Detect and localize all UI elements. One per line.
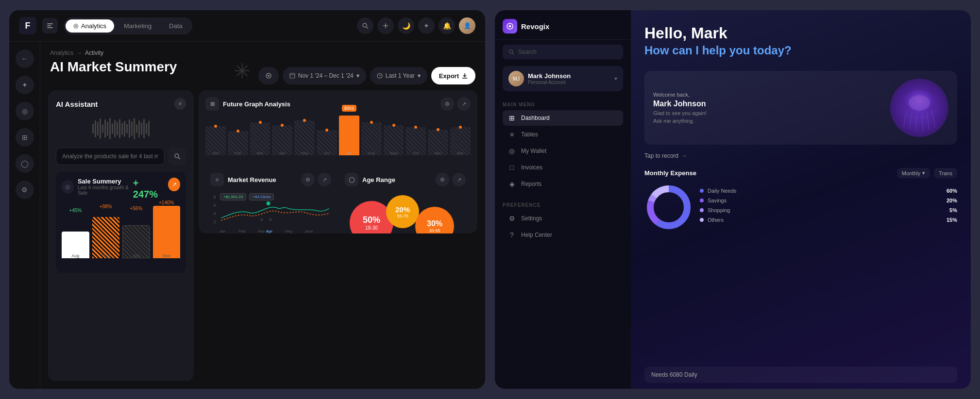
market-expand-btn[interactable]: ↗: [318, 173, 331, 186]
top-nav: F ◎ Analytics Marketing Data 🌙 ✦ 🔔 👤: [9, 10, 485, 42]
dot-apr: [281, 124, 284, 127]
welcome-sub2-text: Ask me anything.: [653, 118, 707, 124]
needs-label-text: Needs 6080 Daily: [651, 371, 697, 378]
ai-search-input[interactable]: [56, 148, 165, 165]
future-graph-panel: ⊞ Future Graph Analysis ⚙ ↗: [199, 90, 477, 233]
breadcrumb: Analytics → Activity: [50, 50, 177, 56]
menu-item-tables[interactable]: ≡ Tables: [503, 127, 623, 142]
bar-may: [294, 120, 315, 155]
svg-rect-1: [47, 25, 51, 26]
revogix-logo: [503, 19, 517, 33]
legend-color-others: [700, 218, 704, 222]
svg-text:8: 8: [214, 195, 216, 200]
ai-close-btn[interactable]: ×: [174, 98, 186, 110]
monthly-btn[interactable]: Monthly ▾: [897, 168, 930, 178]
tables-menu-icon: ≡: [507, 131, 516, 138]
sale-info: ◎ Sale Summery Last 4 months growth & Sa…: [62, 178, 133, 196]
time-range-btn[interactable]: Last 1 Year ▾: [370, 67, 427, 84]
dot-nov: [437, 128, 439, 131]
logo-icon: F: [19, 17, 36, 34]
svg-point-3: [363, 23, 367, 27]
breadcrumb-arrow: →: [76, 50, 82, 56]
donut-chart: [644, 183, 693, 232]
market-revenue-icon: ≡: [210, 173, 224, 186]
menu-item-settings[interactable]: ⚙ Settings: [503, 211, 623, 226]
welcome-card: Welcome back, Mark Johnson Glad to see y…: [644, 71, 957, 145]
preference-section: PREFERENCE ⚙ Settings ? Help Center: [495, 198, 631, 249]
tab-data[interactable]: Data: [161, 19, 190, 33]
future-graph-header: ⊞ Future Graph Analysis ⚙ ↗: [205, 97, 471, 111]
tab-marketing[interactable]: Marketing: [116, 19, 159, 33]
future-graph-expand-btn[interactable]: ↗: [457, 97, 471, 111]
left-analytics-panel: F ◎ Analytics Marketing Data 🌙 ✦ 🔔 👤: [9, 10, 485, 389]
sidebar-icon-3[interactable]: ⊞: [16, 128, 34, 147]
svg-text:Jan: Jan: [220, 229, 226, 233]
svg-text:4: 4: [214, 211, 216, 216]
label-mar: Mar: [257, 151, 264, 155]
welcome-back-text: Welcome back,: [653, 92, 707, 98]
age-settings-btn[interactable]: ⚙: [436, 173, 449, 186]
sidebar-icon-1[interactable]: ✦: [16, 76, 34, 94]
expense-grid: Daily Needs 60% Savings 20%: [644, 183, 957, 232]
export-btn[interactable]: Export: [431, 67, 475, 84]
revogix-panel: Revogix Search MJ Mark Johnson Personal …: [495, 10, 631, 389]
legend-pct-daily: 60%: [946, 188, 957, 194]
user-chevron-btn[interactable]: ▾: [614, 75, 617, 82]
legend-color-savings: [700, 199, 704, 202]
svg-point-22: [266, 201, 271, 206]
user-avatar[interactable]: 👤: [459, 17, 475, 34]
legend-shopping: Shopping 5%: [700, 207, 957, 213]
tap-record-btn[interactable]: Tap to record →: [644, 152, 957, 159]
bubble-30-55: 30% 30-55: [415, 207, 454, 233]
legend-pct-shopping: 5%: [949, 207, 957, 213]
content-area: Analytics → Activity AI Market Summery ✳: [40, 42, 485, 389]
icon-sidebar: ← ✦ ◎ ⊞ ◯ ⚙: [9, 42, 40, 389]
menu-item-wallet[interactable]: ◎ My Wallet: [503, 143, 623, 159]
reports-menu-label: Reports: [521, 181, 541, 187]
sidebar-icon-4[interactable]: ◯: [16, 154, 34, 173]
invoices-menu-label: Invoices: [521, 164, 542, 171]
label-may: May: [301, 151, 308, 155]
settings-btn[interactable]: ✦: [418, 17, 435, 34]
dropdown-arrow: ▾: [356, 72, 359, 79]
main-menu-section: MAIN MENU ⊞ Dashboard ≡ Tables ◎ My Wall…: [495, 97, 631, 198]
ai-search-row: [56, 148, 186, 165]
menu-item-reports[interactable]: ◈ Reports: [503, 176, 623, 192]
svg-point-32: [509, 50, 513, 53]
notifications-btn[interactable]: 🔔: [439, 17, 455, 34]
ai-greeting-panel: Hello, Mark How can I help you today? We…: [631, 10, 971, 389]
sidebar-toggle-btn[interactable]: [42, 18, 58, 33]
age-range-actions: ⚙ ↗: [436, 173, 466, 186]
menu-item-help[interactable]: ? Help Center: [503, 227, 623, 243]
menu-item-dashboard[interactable]: ⊞ Dashboard: [503, 110, 623, 126]
menu-item-invoices[interactable]: □ Invoices: [503, 160, 623, 175]
legend-color-daily: [700, 189, 704, 193]
age-range-title: ◯ Age Range: [345, 173, 395, 186]
trans-btn[interactable]: Trans: [934, 168, 957, 178]
preference-label: PREFERENCE: [503, 202, 623, 208]
bubble-pct-1: 50%: [363, 215, 380, 225]
back-btn[interactable]: ←: [16, 50, 34, 68]
market-revenue-header: ≡ Market Revenue ⚙ ↗: [210, 173, 331, 186]
filter-btn[interactable]: [258, 67, 279, 84]
breadcrumb-parent[interactable]: Analytics: [50, 50, 73, 56]
tab-analytics[interactable]: ◎ Analytics: [66, 19, 114, 33]
revogix-search[interactable]: Search: [503, 45, 623, 59]
age-expand-btn[interactable]: ↗: [452, 173, 466, 186]
bubble-pct-2: 20%: [395, 205, 410, 214]
search-btn[interactable]: [357, 17, 373, 34]
market-settings-btn[interactable]: ⚙: [301, 173, 315, 186]
date-range-btn[interactable]: Nov 1 '24 – Dec 1 '24 ▾: [283, 67, 366, 84]
add-btn[interactable]: [377, 17, 394, 34]
revenue-badge-1: +$1,502.23: [220, 193, 246, 200]
ai-search-btn[interactable]: [169, 148, 186, 165]
future-graph-settings-btn[interactable]: ⚙: [440, 97, 454, 111]
sale-action-btn[interactable]: ↗: [168, 178, 180, 191]
sidebar-icon-2[interactable]: ◎: [16, 102, 34, 120]
bar-visual-4: [153, 206, 181, 258]
sidebar-icon-5[interactable]: ⚙: [16, 181, 34, 199]
legend-name-daily: Daily Needs: [708, 188, 736, 194]
dark-mode-btn[interactable]: 🌙: [398, 17, 414, 34]
reports-menu-icon: ◈: [507, 180, 516, 188]
header-section: Analytics → Activity AI Market Summery ✳: [40, 42, 485, 90]
